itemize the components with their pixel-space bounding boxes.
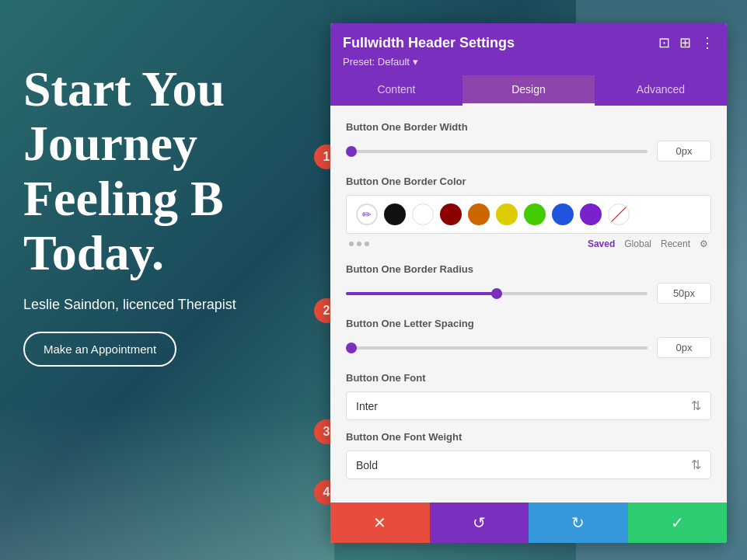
- font-weight-label: Button One Font Weight: [346, 431, 711, 443]
- undo-icon: ↺: [473, 513, 486, 532]
- tab-bar: Content Design Advanced: [330, 75, 727, 106]
- font-weight-dropdown[interactable]: Bold ⇅: [346, 450, 711, 479]
- border-width-slider-row: 0px: [346, 141, 711, 162]
- color-dot-2: [357, 242, 361, 246]
- cancel-button[interactable]: ✕: [330, 503, 430, 543]
- font-dropdown-row: Inter ⇅: [346, 391, 711, 420]
- font-weight-dropdown-value: Bold: [356, 459, 378, 471]
- hero-content: Start YouJourneyFeeling BToday. Leslie S…: [23, 62, 236, 367]
- hero-title: Start YouJourneyFeeling BToday.: [23, 62, 236, 281]
- letter-spacing-thumb[interactable]: [346, 343, 357, 353]
- panel-icon-group: ⊡ ⊞ ⋮: [658, 34, 714, 51]
- color-tabs: Saved Global Recent ⚙: [346, 238, 711, 249]
- color-green[interactable]: [524, 203, 546, 225]
- redo-icon: ↻: [571, 513, 585, 532]
- border-radius-track[interactable]: [346, 292, 648, 295]
- font-label: Button One Font: [346, 372, 711, 384]
- color-dark-red[interactable]: [440, 203, 462, 225]
- color-yellow[interactable]: [496, 203, 518, 225]
- panel-body: Button One Border Width 0px Button One B…: [330, 106, 727, 503]
- settings-panel: Fullwidth Header Settings ⊡ ⊞ ⋮ Preset: …: [330, 23, 727, 543]
- preset-chevron: ▾: [413, 56, 418, 68]
- color-blue[interactable]: [552, 203, 574, 225]
- color-transparent[interactable]: [608, 203, 630, 225]
- mountain-overlay: [0, 405, 334, 560]
- border-radius-label: Button One Border Radius: [346, 263, 711, 275]
- cancel-icon: ✕: [373, 513, 386, 532]
- border-radius-slider-row: 50px: [346, 283, 711, 304]
- letter-spacing-label: Button One Letter Spacing: [346, 318, 711, 329]
- font-dropdown-arrow: ⇅: [691, 398, 701, 413]
- letter-spacing-track[interactable]: [346, 346, 648, 350]
- color-black[interactable]: [384, 203, 406, 225]
- fullscreen-icon[interactable]: ⊡: [658, 34, 670, 51]
- border-color-section: Button One Border Color ✏: [346, 176, 711, 249]
- font-dropdown-value: Inter: [356, 400, 378, 412]
- save-button[interactable]: ✓: [628, 503, 728, 543]
- font-dropdown[interactable]: Inter ⇅: [346, 391, 711, 420]
- border-radius-fill: [346, 292, 497, 295]
- letter-spacing-value[interactable]: 0px: [657, 337, 711, 358]
- tab-design[interactable]: Design: [463, 75, 595, 106]
- color-white[interactable]: [412, 203, 434, 225]
- color-purple[interactable]: [580, 203, 602, 225]
- appointment-button[interactable]: Make an Appointment: [23, 332, 176, 367]
- border-width-value[interactable]: 0px: [657, 141, 711, 162]
- border-width-track[interactable]: [346, 150, 648, 153]
- undo-button[interactable]: ↺: [430, 503, 529, 543]
- color-tab-global[interactable]: Global: [624, 238, 651, 249]
- tab-advanced[interactable]: Advanced: [595, 75, 727, 106]
- eyedropper-tool[interactable]: ✏: [356, 203, 378, 225]
- color-orange[interactable]: [468, 203, 490, 225]
- panel-title-row: Fullwidth Header Settings ⊡ ⊞ ⋮: [343, 34, 714, 51]
- color-dot-3: [365, 242, 369, 246]
- save-icon: ✓: [671, 513, 684, 532]
- border-width-label: Button One Border Width: [346, 121, 711, 133]
- more-options-icon[interactable]: ⋮: [700, 34, 714, 51]
- color-tab-recent[interactable]: Recent: [661, 238, 690, 249]
- color-swatches: ✏: [346, 195, 711, 234]
- redo-button[interactable]: ↻: [529, 503, 628, 543]
- preset-label: Preset: Default: [343, 56, 410, 68]
- color-settings-icon[interactable]: ⚙: [700, 238, 708, 249]
- color-dot-1: [349, 242, 354, 246]
- color-dots: [349, 242, 369, 246]
- preset-selector[interactable]: Preset: Default ▾: [343, 56, 714, 68]
- tab-content[interactable]: Content: [330, 75, 463, 106]
- font-weight-dropdown-row: Bold ⇅: [346, 450, 711, 479]
- border-radius-value[interactable]: 50px: [657, 283, 711, 304]
- panel-title: Fullwidth Header Settings: [343, 35, 515, 51]
- action-bar: ✕ ↺ ↻ ✓: [330, 503, 727, 543]
- border-color-label: Button One Border Color: [346, 176, 711, 187]
- font-weight-dropdown-arrow: ⇅: [691, 457, 701, 472]
- hero-subtitle: Leslie Saindon, licenced Therapist: [23, 297, 236, 313]
- columns-icon[interactable]: ⊞: [679, 34, 691, 51]
- letter-spacing-slider-row: 0px: [346, 337, 711, 358]
- color-tab-saved[interactable]: Saved: [588, 238, 615, 249]
- panel-header: Fullwidth Header Settings ⊡ ⊞ ⋮ Preset: …: [330, 23, 727, 75]
- border-radius-thumb[interactable]: [491, 288, 502, 299]
- border-width-thumb[interactable]: [346, 146, 357, 157]
